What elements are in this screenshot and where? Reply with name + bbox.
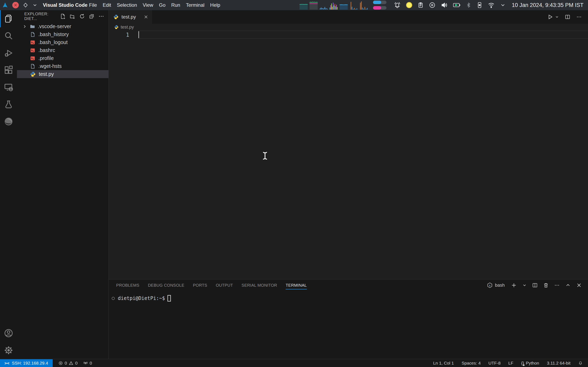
edge-devtools-icon — [4, 117, 13, 126]
file-name: test.py — [39, 71, 54, 77]
wifi-icon[interactable] — [488, 2, 495, 8]
editor-more-actions-button[interactable] — [576, 14, 582, 20]
notifications-bell-icon[interactable] — [394, 2, 401, 8]
encoding-status[interactable]: UTF-8 — [488, 361, 501, 366]
explorer-more-actions-button[interactable] — [98, 13, 104, 19]
panel-tab-ports[interactable]: PORTS — [193, 280, 207, 291]
panel-tab-serial-monitor[interactable]: SERIAL MONITOR — [242, 280, 277, 291]
cpu-graph — [300, 1, 308, 9]
panel-tab-terminal[interactable]: TERMINAL — [286, 280, 307, 291]
new-terminal-button[interactable] — [511, 282, 517, 288]
panel-more-actions-button[interactable] — [554, 282, 560, 288]
shell-hexagon-icon: $ — [487, 282, 493, 288]
app-title: Visual Studio Code — [43, 2, 87, 8]
battery-icon[interactable] — [453, 3, 460, 8]
mouse-ibeam-cursor — [261, 151, 268, 161]
split-terminal-button[interactable] — [532, 282, 538, 288]
activity-search[interactable] — [0, 27, 17, 44]
activity-settings[interactable] — [0, 342, 17, 359]
color-toggle[interactable] — [373, 6, 387, 9]
breadcrumb-item[interactable]: test.py — [121, 25, 134, 30]
line-number: 1 — [109, 32, 129, 38]
panel-tab-output[interactable]: OUTPUT — [216, 280, 233, 291]
brightness-toggle[interactable] — [373, 1, 387, 4]
activity-edge-devtools[interactable] — [0, 113, 17, 130]
panel-tab-debug-console[interactable]: DEBUG CONSOLE — [148, 280, 184, 291]
indentation-status[interactable]: Spaces: 4 — [462, 361, 481, 366]
terminal-block-cursor — [167, 295, 171, 301]
file-row-bashrc[interactable]: .bashrc — [17, 46, 108, 54]
activity-extensions[interactable] — [0, 62, 17, 79]
tab-label: test.py — [121, 14, 136, 20]
activity-explorer[interactable] — [0, 10, 17, 27]
language-mode-status[interactable]: {} Python — [521, 361, 539, 366]
file-row-bash-history[interactable]: .bash_history — [17, 30, 108, 38]
maximize-panel-button[interactable] — [565, 282, 571, 288]
close-window-button[interactable] — [12, 2, 19, 8]
tab-test-py[interactable]: test.py — [109, 10, 152, 24]
code-editor[interactable]: 1 — [109, 31, 588, 279]
split-editor-button[interactable] — [565, 14, 571, 20]
menu-chevron-icon[interactable] — [32, 2, 38, 8]
problems-status[interactable]: 0 0 — [58, 361, 78, 366]
tab-close-icon[interactable] — [144, 15, 148, 19]
menu-go[interactable]: Go — [159, 2, 165, 8]
terminal-output[interactable]: dietpi@DietPi:~$ — [112, 295, 588, 301]
volume-icon[interactable] — [441, 2, 448, 8]
clipboard-icon[interactable] — [417, 2, 424, 8]
file-row-vscode-server[interactable]: .vscode-server — [17, 22, 108, 30]
diamond-icon[interactable] — [23, 2, 28, 8]
run-python-file-button[interactable] — [547, 14, 559, 20]
bottom-panel: PROBLEMS DEBUG CONSOLE PORTS OUTPUT SERI… — [109, 279, 588, 359]
remote-explorer-icon — [4, 82, 13, 92]
file-icon — [30, 32, 35, 37]
kdeconnect-phone-icon[interactable] — [477, 2, 483, 8]
arch-logo[interactable] — [2, 2, 8, 8]
terminal-profile-chevron[interactable] — [522, 283, 527, 287]
python-interpreter-status[interactable]: 3.11.2 64-bit — [547, 361, 571, 366]
system-monitor-graphs[interactable] — [300, 1, 368, 9]
file-row-wget-hsts[interactable]: .wget-hsts — [17, 62, 108, 70]
play-icon — [547, 14, 553, 20]
menu-view[interactable]: View — [143, 2, 153, 8]
forwarded-ports-status[interactable]: 0 — [83, 361, 92, 366]
activity-run-debug[interactable] — [0, 44, 17, 62]
file-row-profile[interactable]: .profile — [17, 54, 108, 62]
account-icon — [4, 328, 13, 338]
system-tray: 10 Jan 2024, 9:43:35 PM IST — [300, 1, 584, 9]
file-row-test-py[interactable]: test.py — [17, 70, 108, 78]
eol-status[interactable]: LF — [508, 361, 513, 366]
status-yellow-icon[interactable] — [406, 2, 412, 8]
new-file-button[interactable] — [60, 13, 66, 19]
notifications-button[interactable] — [578, 361, 583, 365]
menu-terminal[interactable]: Terminal — [186, 2, 205, 8]
cursor-position-status[interactable]: Ln 1, Col 1 — [433, 361, 454, 366]
error-icon — [58, 361, 63, 365]
close-panel-button[interactable] — [576, 282, 582, 288]
activity-testing[interactable] — [0, 96, 17, 113]
activity-remote-explorer[interactable] — [0, 79, 17, 96]
menu-selection[interactable]: Selection — [117, 2, 137, 8]
bell-icon — [578, 361, 583, 365]
menu-run[interactable]: Run — [171, 2, 180, 8]
refresh-button[interactable] — [79, 13, 85, 19]
tray-expand-chevron-icon[interactable] — [500, 2, 506, 8]
media-pause-icon[interactable] — [429, 2, 435, 8]
menu-edit[interactable]: Edit — [103, 2, 111, 8]
breadcrumb[interactable]: test.py — [109, 24, 588, 31]
menu-help[interactable]: Help — [210, 2, 220, 8]
text-caret — [138, 31, 139, 38]
kill-terminal-button[interactable] — [543, 282, 549, 288]
new-folder-button[interactable] — [69, 13, 76, 19]
remote-indicator[interactable]: >< SSH: 192.168.29.4 — [0, 359, 53, 367]
chevron-down-icon — [555, 15, 559, 19]
collapse-folders-button[interactable] — [89, 13, 95, 19]
file-row-bash-logout[interactable]: .bash_logout — [17, 38, 108, 46]
terminal-session-item[interactable]: $ bash — [487, 282, 505, 288]
clock[interactable]: 10 Jan 2024, 9:43:35 PM IST — [512, 2, 584, 8]
activity-accounts[interactable] — [0, 325, 17, 342]
bluetooth-icon[interactable] — [466, 2, 471, 8]
gear-icon — [4, 345, 13, 355]
panel-tab-problems[interactable]: PROBLEMS — [116, 280, 139, 291]
menu-file[interactable]: File — [89, 2, 97, 8]
